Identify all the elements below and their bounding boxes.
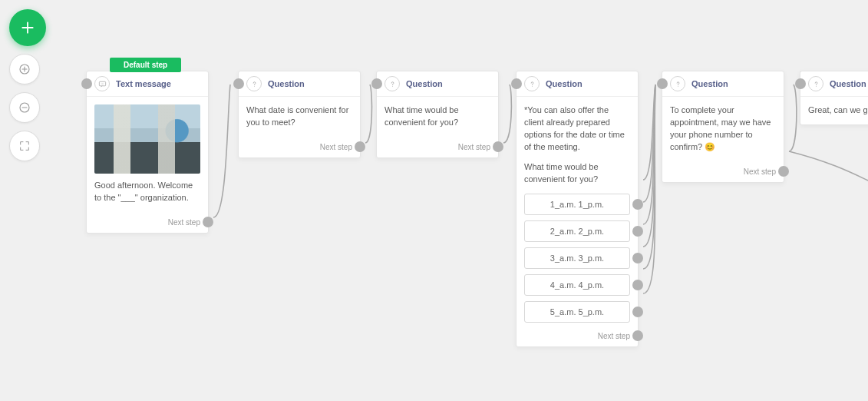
node-title: Question [830,79,866,88]
in-connector[interactable] [81,78,92,89]
in-connector[interactable] [511,78,522,89]
node-title: Question [546,79,583,88]
question-icon [384,76,400,91]
node-header: Question [517,71,638,97]
default-step-tag: Default step [110,58,181,72]
node-body: *You can also offer the client already p… [517,97,638,187]
option-button[interactable]: 1_a.m. 1_p.m. [524,194,630,215]
next-step-label: Next step [168,218,200,227]
next-step-row[interactable]: Next step [377,137,498,157]
svg-point-10 [816,85,817,86]
in-connector[interactable] [233,78,244,89]
question-icon [524,76,540,91]
flow-node-question[interactable]: Question What time would be convenient f… [376,71,499,158]
out-connector[interactable] [632,307,643,317]
option-row: 3_a.m. 3_p.m. [524,247,630,269]
in-connector[interactable] [371,78,382,89]
option-row: 5_a.m. 5_p.m. [524,301,630,323]
node-title: Question [268,79,305,88]
next-step-label: Next step [598,332,630,340]
out-connector[interactable] [632,199,643,210]
node-title: Text message [116,79,171,88]
option-button[interactable]: 5_a.m. 5_p.m. [524,301,630,323]
text-message-icon [94,76,110,91]
flow-node-question[interactable]: Question What date is convenient for you… [238,71,361,158]
node-text: What time would be convenient for you? [384,104,490,129]
svg-point-6 [254,85,255,86]
out-connector[interactable] [632,280,643,290]
in-connector[interactable] [795,78,806,89]
node-title: Question [691,79,728,88]
flow-node-question[interactable]: Question Great, can we get you [800,71,868,125]
svg-point-8 [532,85,533,86]
svg-point-3 [101,83,101,84]
svg-point-9 [678,85,678,86]
next-step-row[interactable]: Next step [517,326,638,346]
option-row: 4_a.m. 4_p.m. [524,274,630,296]
question-icon [246,76,262,91]
node-text: Great, can we get you [808,104,868,117]
next-step-label: Next step [320,143,352,151]
zoom-out-button[interactable] [9,92,40,123]
next-step-row[interactable]: Next step [87,212,208,233]
option-button[interactable]: 2_a.m. 2_p.m. [524,220,630,242]
flow-node-question[interactable]: Question *You can also offer the client … [516,71,639,347]
flow-node-question[interactable]: Question To complete your appointment, m… [662,71,784,183]
node-text-intro: *You can also offer the client already p… [524,104,630,154]
node-body: Great, can we get you [800,97,868,124]
node-body: What time would be convenient for you? [377,97,498,137]
node-text-question: What time would be convenient for you? [524,161,630,186]
out-connector[interactable] [632,226,643,237]
option-button[interactable]: 3_a.m. 3_p.m. [524,247,630,269]
out-connector[interactable] [632,253,643,263]
in-connector[interactable] [657,78,668,89]
next-step-row[interactable]: Next step [662,161,784,182]
zoom-in-button[interactable] [9,54,40,85]
flow-node-text[interactable]: Default step Text message Good afternoon… [86,71,209,234]
node-text: What date is convenient for you to meet? [246,104,352,129]
attached-image[interactable] [94,104,200,174]
out-connector[interactable] [493,141,503,152]
fit-screen-button[interactable] [9,131,40,161]
node-text: To complete your appointment, may we hav… [670,104,776,154]
out-connector[interactable] [778,166,789,177]
node-body: Good afternoon. Welcome to the "___" org… [87,97,208,212]
svg-point-5 [103,83,104,84]
node-header: Question [800,71,868,97]
next-step-label: Next step [744,167,776,176]
option-row: 2_a.m. 2_p.m. [524,220,630,242]
node-header: Question [377,71,498,97]
out-connector[interactable] [632,330,643,341]
question-icon [670,76,685,91]
next-step-label: Next step [458,143,490,151]
node-header: Text message [87,71,208,97]
canvas-toolbar [9,9,46,161]
options-list: 1_a.m. 1_p.m. 2_a.m. 2_p.m. 3_a.m. 3_p.m… [517,194,638,326]
option-row: 1_a.m. 1_p.m. [524,194,630,215]
node-body: To complete your appointment, may we hav… [662,97,784,161]
svg-point-7 [392,85,393,86]
svg-point-4 [102,83,103,84]
next-step-row[interactable]: Next step [239,137,360,157]
flow-canvas[interactable]: Default step Text message Good afternoon… [0,0,868,401]
question-icon [808,76,823,91]
node-body: What date is convenient for you to meet? [239,97,360,137]
out-connector[interactable] [355,141,365,152]
node-header: Question [239,71,360,97]
node-header: Question [662,71,784,97]
option-button[interactable]: 4_a.m. 4_p.m. [524,274,630,296]
node-text: Good afternoon. Welcome to the "___" org… [94,180,200,204]
node-title: Question [406,79,443,88]
out-connector[interactable] [203,217,213,227]
add-step-button[interactable] [9,9,46,46]
